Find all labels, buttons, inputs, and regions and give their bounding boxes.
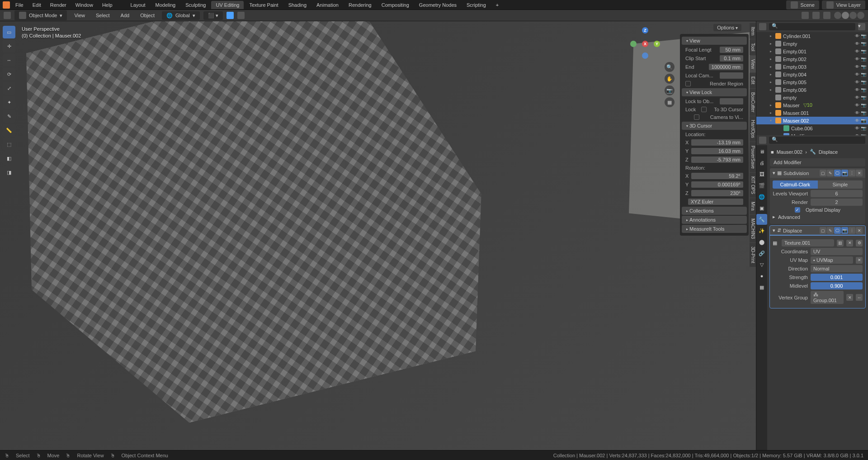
outliner-row-empty[interactable]: ▸ Empty 👁📷 [756,40,868,47]
vg-clear-icon[interactable]: ✕ [846,294,853,301]
direction-value[interactable]: Normal [811,265,863,272]
options-dropdown[interactable]: Options ▾ [713,24,741,31]
displace-edit-icon[interactable]: ✎ [827,227,834,234]
hdr-select[interactable]: Select [92,11,113,19]
outliner-row-mauser-002[interactable]: ▾ Mauser.002 👁📷 [756,117,868,124]
outliner-row-empty-001[interactable]: ▸ Empty.001 👁📷 [756,47,868,55]
loc-x[interactable]: -13.19 mm [691,139,743,146]
ptab-physics[interactable]: ⬤ [756,237,767,247]
simple-button[interactable]: Simple [818,180,863,189]
ws-texpaint[interactable]: Texture Paint [245,1,283,9]
persp-icon[interactable]: ▦ [665,97,675,107]
measure-tool[interactable]: 📏 [3,124,15,137]
rendered-shading-icon[interactable] [857,12,864,19]
gizmo-toggle-icon[interactable] [802,12,809,19]
tex-new-icon[interactable]: ▥ [837,240,844,247]
renderregion-check[interactable] [685,81,691,86]
measureit-section[interactable]: MeasureIt Tools [682,225,747,233]
annotations-section[interactable]: Annotations [682,216,747,224]
editor-type-icon[interactable] [4,12,11,19]
ws-add[interactable]: + [491,1,503,9]
cursor-section[interactable]: 3D Cursor [682,122,747,130]
props-mode-icon[interactable] [759,137,766,144]
midlevel-value[interactable]: 0.900 [811,282,863,289]
vtab-edit[interactable]: Edit [750,73,756,88]
proportional-edit-icon[interactable] [226,12,234,19]
ws-compositing[interactable]: Compositing [377,1,414,9]
subdiv-render-icon[interactable]: 📷 [841,170,848,176]
subdiv-menu-icon[interactable]: ⋮ [849,170,855,176]
menu-window[interactable]: Window [72,1,97,9]
subdiv-close-icon[interactable]: ✕ [856,170,863,176]
vtab-mira[interactable]: Mira [750,198,756,214]
levels-render-value[interactable]: 2 [811,199,863,206]
extra-tool-2[interactable]: ◨ [3,166,15,179]
ptab-texture[interactable]: ▦ [756,282,767,293]
outliner-row-empty[interactable]: empty 👁📷 [756,94,868,101]
ptab-modifiers[interactable]: 🔧 [756,214,767,225]
levels-viewport-value[interactable]: 6 [811,190,863,197]
outliner-row-empty-005[interactable]: ▸ Empty.005 👁📷 [756,78,868,86]
props-search[interactable]: 🔍 [769,137,865,144]
vtab-powersave[interactable]: PowerSave [750,142,756,172]
addcube-tool[interactable]: ⬚ [3,138,15,151]
annotate-tool[interactable]: ✎ [3,110,15,123]
displace-header[interactable]: ▾⇵Displace ▢ ✎ 🖵 📷 ⋮ ✕ [770,226,865,235]
zoom-icon[interactable]: 🔍 [665,62,675,72]
menu-edit[interactable]: Edit [29,1,45,9]
outliner-row-mauser-001[interactable]: ▸ Mauser.001 👁📷 [756,109,868,117]
axis-neg-z[interactable] [642,52,648,59]
ptab-particles[interactable]: ✨ [756,225,767,236]
outliner-row-modifiers[interactable]: ▸ Modifiers 👁📷 [756,132,868,135]
camto-check[interactable] [694,114,699,120]
ptab-data[interactable]: ▽ [756,259,767,270]
advanced-toggle[interactable]: Advanced [778,214,800,220]
rot-y[interactable]: 0.000169° [691,181,743,188]
vtab-boxcutter[interactable]: BoxCutter [750,89,756,116]
ws-rendering[interactable]: Rendering [344,1,376,9]
outliner-mode-icon[interactable] [759,23,766,30]
ws-layout[interactable]: Layout [126,1,150,9]
rotation-mode[interactable]: XYZ Euler [688,199,743,205]
uvmap-value[interactable]: ▪ UVMap [811,256,853,264]
outliner-row-empty-006[interactable]: ▸ Empty.006 👁📷 [756,86,868,94]
clipend-value[interactable]: 1000000 mm [709,64,743,70]
outliner-filter-icon[interactable]: ▾ [858,23,865,30]
outliner-row-cube-006[interactable]: Cube.006 👁📷 [756,124,868,132]
outliner-row-mauser[interactable]: ▸ Mauser ▽10 👁📷 [756,101,868,109]
select-box-tool[interactable]: ▭ [3,26,15,38]
ptab-object[interactable]: ▣ [756,203,767,213]
ws-anim[interactable]: Animation [312,1,343,9]
collections-section[interactable]: Collections [682,207,747,215]
hdr-add[interactable]: Add [117,11,133,19]
subdiv-cage-icon[interactable]: ▢ [820,170,826,176]
scale-tool[interactable]: ⤢ [3,82,15,95]
rot-z[interactable]: 230° [691,190,743,196]
ptab-render[interactable]: 🖥 [756,146,767,157]
to3d-check[interactable] [701,107,707,112]
move-tool[interactable]: ↔ [3,54,15,66]
ws-uvediting[interactable]: UV Editing [211,1,244,9]
ws-scripting[interactable]: Scripting [462,1,491,9]
mode-dropdown[interactable]: Object Mode ▾ [14,10,67,20]
ptab-viewlayer[interactable]: 🖼 [756,169,767,180]
cursor-tool[interactable]: ✛ [3,40,15,52]
loc-z[interactable]: -5.793 mm [691,156,743,163]
vtab-hardops[interactable]: HardOps [750,116,756,142]
localcam-field[interactable] [720,72,743,79]
nav-gizmo[interactable]: Z Y X [629,28,661,60]
displace-display-icon[interactable]: 🖵 [834,227,841,234]
camera-icon[interactable]: 📷 [665,85,675,95]
transform-tool[interactable]: ✦ [3,96,15,109]
rot-x[interactable]: 59.2° [691,173,743,179]
snap-icon[interactable] [237,12,245,19]
vtab-3dprint[interactable]: 3D-Print [750,243,756,267]
focal-value[interactable]: 50 mm [720,47,743,53]
overlay-toggle-icon[interactable] [812,12,820,19]
pan-icon[interactable]: ✋ [665,74,675,84]
3d-viewport[interactable]: User Perspective (0) Collection | Mauser… [0,21,756,450]
outliner-search[interactable]: 🔍 [769,23,855,30]
snap-dropdown[interactable]: ⬛ ▾ [203,11,223,20]
catmull-button[interactable]: Catmull-Clark [773,180,818,189]
ws-modeling[interactable]: Modeling [151,1,180,9]
